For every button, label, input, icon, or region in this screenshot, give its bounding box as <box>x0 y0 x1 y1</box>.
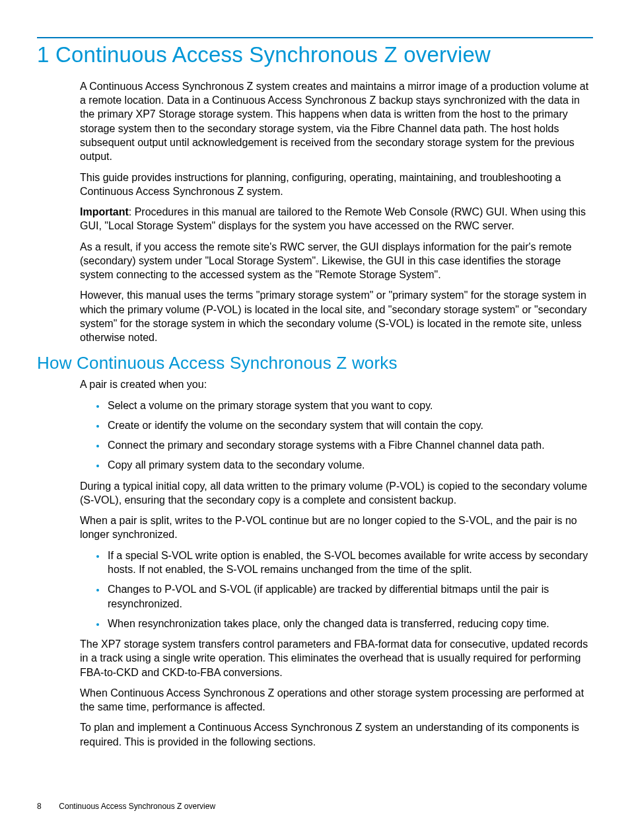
page-footer: 8 Continuous Access Synchronous Z overvi… <box>37 802 215 811</box>
top-rule <box>37 37 593 38</box>
paragraph: The XP7 storage system transfers control… <box>80 637 593 679</box>
paragraph: When a pair is split, writes to the P-VO… <box>80 514 593 542</box>
bullet-list: If a special S-VOL write option is enabl… <box>80 549 593 630</box>
footer-label: Continuous Access Synchronous Z overview <box>59 802 215 811</box>
list-item: Changes to P-VOL and S-VOL (if applicabl… <box>106 582 593 611</box>
paragraph-important: Important: Procedures in this manual are… <box>80 205 593 233</box>
list-item: Create or identify the volume on the sec… <box>106 418 593 432</box>
list-item: If a special S-VOL write option is enabl… <box>106 549 593 577</box>
body-content: A pair is created when you: Select a vol… <box>80 377 593 749</box>
paragraph: A pair is created when you: <box>80 377 593 391</box>
chapter-title: 1 Continuous Access Synchronous Z overvi… <box>37 42 593 67</box>
page-number: 8 <box>37 802 57 811</box>
section-heading: How Continuous Access Synchronous Z work… <box>37 354 593 373</box>
paragraph: To plan and implement a Continuous Acces… <box>80 720 593 749</box>
paragraph: During a typical initial copy, all data … <box>80 479 593 508</box>
paragraph: When Continuous Access Synchronous Z ope… <box>80 686 593 714</box>
paragraph: A Continuous Access Synchronous Z system… <box>80 79 593 164</box>
bullet-list: Select a volume on the primary storage s… <box>80 399 593 473</box>
paragraph: As a result, if you access the remote si… <box>80 240 593 282</box>
important-label: Important <box>80 206 129 217</box>
page-container: 1 Continuous Access Synchronous Z overvi… <box>0 0 630 840</box>
paragraph: However, this manual uses the terms "pri… <box>80 288 593 344</box>
list-item: Copy all primary system data to the seco… <box>106 458 593 472</box>
list-item: Connect the primary and secondary storag… <box>106 438 593 452</box>
paragraph: This guide provides instructions for pla… <box>80 171 593 199</box>
body-content: A Continuous Access Synchronous Z system… <box>80 79 593 345</box>
paragraph-text: : Procedures in this manual are tailored… <box>80 206 586 231</box>
list-item: Select a volume on the primary storage s… <box>106 399 593 412</box>
list-item: When resynchronization takes place, only… <box>106 617 593 630</box>
